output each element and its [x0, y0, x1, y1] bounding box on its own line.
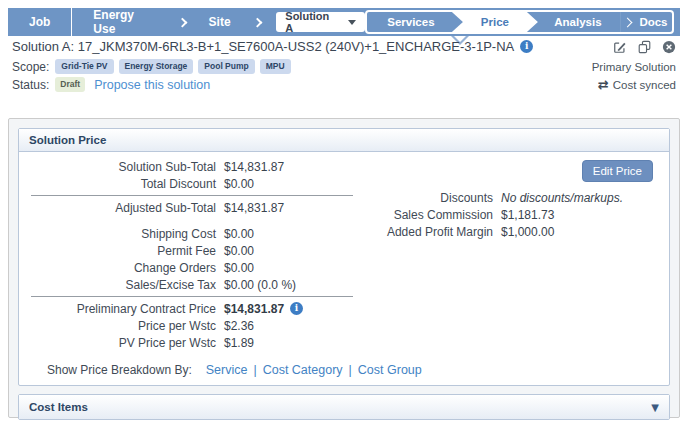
tab-analysis[interactable]: Analysis: [527, 12, 621, 32]
nav-tab-site[interactable]: Site: [188, 15, 252, 29]
info-icon[interactable]: [520, 40, 533, 53]
panel-title: Cost Items: [29, 401, 88, 413]
status-label: Status:: [12, 78, 49, 92]
page-title: Solution A: 17_JKM370M-6RL3-B+1_SE7600A-…: [12, 39, 514, 54]
solution-price-panel-body: Solution Sub-Total$14,831.87 Total Disco…: [19, 152, 669, 385]
preliminary-contract-price-row: Preliminary Contract Price $14,831.87: [31, 300, 353, 317]
tab-services[interactable]: Services: [367, 12, 463, 32]
spacer: [31, 216, 353, 225]
nav-right-tabs: Services Price Analysis Docs: [365, 10, 674, 34]
scope-badge: Grid-Tie PV: [55, 59, 113, 74]
solution-price-panel: Solution Price Solution Sub-Total$14,831…: [18, 128, 670, 386]
scope-badges: Grid-Tie PV Energy Storage Pool Pump MPU: [55, 59, 290, 74]
scope-label: Scope:: [12, 60, 49, 74]
divider: [31, 195, 353, 196]
primary-solution-label: Primary Solution: [592, 61, 676, 73]
price-row: Change Orders$0.00: [31, 259, 353, 276]
price-row: PV Price per Wstc$1.89: [31, 334, 353, 351]
breakdown-label: Show Price Breakdown By:: [47, 363, 192, 377]
nav-tab-separator: [621, 12, 635, 32]
close-icon[interactable]: [662, 40, 676, 54]
edit-price-button[interactable]: Edit Price: [582, 160, 653, 182]
price-row: Price per Wstc$2.36: [31, 317, 353, 334]
status-badge: Draft: [55, 77, 85, 92]
propose-solution-link[interactable]: Propose this solution: [94, 78, 210, 92]
price-summary-left-column: Solution Sub-Total$14,831.87 Total Disco…: [31, 158, 353, 351]
chevron-right-icon: [177, 17, 187, 27]
price-row: Total Discount$0.00: [31, 175, 353, 192]
edit-icon[interactable]: [613, 40, 627, 54]
page: Job Energy Use Site Solution A Services …: [0, 0, 688, 425]
info-icon[interactable]: [290, 302, 303, 315]
content-container: Solution Price Solution Sub-Total$14,831…: [8, 118, 680, 418]
price-row: Adjusted Sub-Total$14,831.87: [31, 199, 353, 216]
tab-price[interactable]: Price: [463, 12, 527, 32]
price-breakdown-row: Show Price Breakdown By: Service | Cost …: [31, 363, 657, 377]
breakdown-link-cost-group[interactable]: Cost Group: [358, 363, 422, 377]
top-nav-bar: Job Energy Use Site Solution A Services …: [8, 8, 680, 36]
price-row: Shipping Cost$0.00: [31, 225, 353, 242]
nav-tab-job[interactable]: Job: [8, 15, 71, 29]
sync-arrows-icon: ⇄: [598, 78, 609, 91]
breakdown-link-service[interactable]: Service: [206, 363, 248, 377]
scope-badge: Pool Pump: [198, 59, 254, 74]
solution-dropdown[interactable]: Solution A: [276, 12, 365, 32]
price-row: Sales/Excise Tax$0.00 (0.0 %): [31, 276, 353, 293]
link-separator: |: [253, 363, 256, 377]
cost-items-panel: Cost Items: [18, 394, 670, 420]
solution-price-panel-header: Solution Price: [19, 129, 669, 152]
scope-badge: Energy Storage: [119, 59, 194, 74]
chevron-right-icon: [252, 17, 262, 27]
nav-tab-energy-use[interactable]: Energy Use: [72, 8, 177, 36]
price-row: Solution Sub-Total$14,831.87: [31, 158, 353, 175]
cost-synced-label: Cost synced: [613, 79, 676, 91]
price-row: Added Profit Margin$1,000.00: [353, 223, 657, 240]
divider: [31, 296, 353, 297]
price-row: Permit Fee$0.00: [31, 242, 353, 259]
scope-badge: MPU: [260, 59, 291, 74]
price-summary-right-column: Edit Price DiscountsNo discounts/markups…: [353, 158, 657, 351]
price-row: DiscountsNo discounts/markups.: [353, 189, 657, 206]
cost-synced-indicator: ⇄ Cost synced: [598, 78, 676, 91]
solution-header: Solution A: 17_JKM370M-6RL3-B+1_SE7600A-…: [12, 39, 676, 92]
panel-title: Solution Price: [29, 134, 106, 146]
solution-dropdown-value: Solution A: [285, 10, 336, 34]
price-row: Sales Commission$1,181.73: [353, 206, 657, 223]
tab-docs[interactable]: Docs: [635, 12, 672, 32]
cost-items-panel-header[interactable]: Cost Items: [19, 395, 669, 419]
nav-left-tabs: Job Energy Use Site Solution A: [8, 8, 365, 36]
copy-icon[interactable]: [638, 40, 651, 54]
breakdown-link-cost-category[interactable]: Cost Category: [263, 363, 343, 377]
link-separator: |: [349, 363, 352, 377]
chevron-down-icon: [348, 20, 356, 25]
expand-triangle-icon[interactable]: [651, 402, 659, 413]
